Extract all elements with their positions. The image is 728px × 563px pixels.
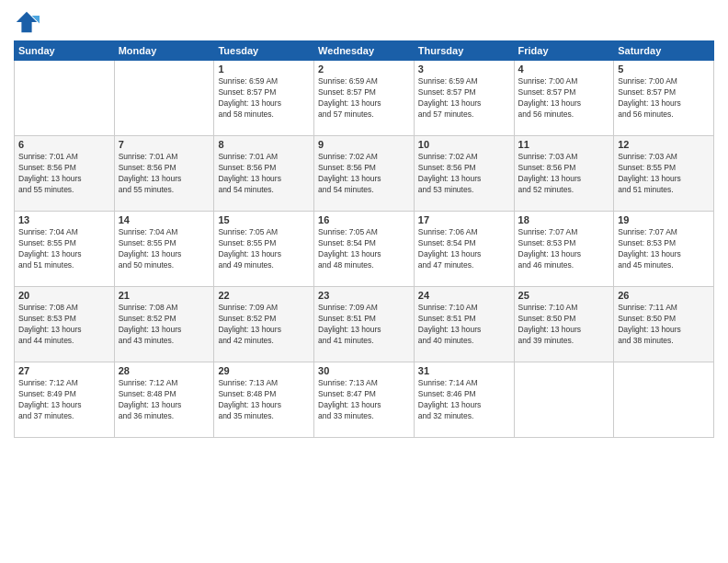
day-info: Sunrise: 7:12 AM Sunset: 8:49 PM Dayligh… [18, 378, 110, 422]
day-info: Sunrise: 7:07 AM Sunset: 8:53 PM Dayligh… [618, 227, 710, 271]
day-info: Sunrise: 7:01 AM Sunset: 8:56 PM Dayligh… [18, 152, 110, 196]
calendar-cell: 18Sunrise: 7:07 AM Sunset: 8:53 PM Dayli… [514, 212, 614, 287]
calendar-cell: 21Sunrise: 7:08 AM Sunset: 8:52 PM Dayli… [114, 287, 214, 362]
day-info: Sunrise: 7:12 AM Sunset: 8:48 PM Dayligh… [119, 378, 210, 422]
weekday-header: Monday [114, 41, 214, 61]
calendar-cell: 4Sunrise: 7:00 AM Sunset: 8:57 PM Daylig… [514, 61, 614, 136]
day-info: Sunrise: 7:03 AM Sunset: 8:56 PM Dayligh… [518, 152, 610, 196]
day-info: Sunrise: 7:06 AM Sunset: 8:54 PM Dayligh… [418, 227, 510, 271]
day-info: Sunrise: 7:05 AM Sunset: 8:55 PM Dayligh… [218, 227, 310, 271]
day-info: Sunrise: 6:59 AM Sunset: 8:57 PM Dayligh… [218, 76, 310, 121]
day-number: 5 [618, 63, 710, 75]
calendar-cell: 12Sunrise: 7:03 AM Sunset: 8:55 PM Dayli… [614, 136, 714, 212]
day-number: 18 [518, 214, 610, 225]
calendar-cell: 31Sunrise: 7:14 AM Sunset: 8:46 PM Dayli… [414, 362, 514, 438]
day-info: Sunrise: 7:03 AM Sunset: 8:55 PM Dayligh… [618, 152, 710, 196]
day-number: 4 [518, 63, 610, 75]
calendar-cell: 10Sunrise: 7:02 AM Sunset: 8:56 PM Dayli… [414, 136, 514, 212]
calendar-cell: 8Sunrise: 7:01 AM Sunset: 8:56 PM Daylig… [214, 136, 314, 212]
day-number: 28 [119, 365, 210, 376]
calendar-cell: 5Sunrise: 7:00 AM Sunset: 8:57 PM Daylig… [614, 61, 714, 136]
day-info: Sunrise: 6:59 AM Sunset: 8:57 PM Dayligh… [318, 76, 410, 121]
day-number: 7 [119, 139, 210, 150]
day-number: 29 [218, 365, 310, 376]
calendar-cell: 7Sunrise: 7:01 AM Sunset: 8:56 PM Daylig… [114, 136, 214, 212]
calendar-cell: 29Sunrise: 7:13 AM Sunset: 8:48 PM Dayli… [214, 362, 314, 438]
day-number: 10 [418, 139, 510, 150]
day-number: 12 [618, 139, 710, 150]
calendar-cell: 11Sunrise: 7:03 AM Sunset: 8:56 PM Dayli… [514, 136, 614, 212]
day-info: Sunrise: 7:14 AM Sunset: 8:46 PM Dayligh… [418, 378, 510, 422]
day-info: Sunrise: 7:10 AM Sunset: 8:51 PM Dayligh… [418, 303, 510, 347]
calendar-cell: 23Sunrise: 7:09 AM Sunset: 8:51 PM Dayli… [314, 287, 415, 362]
day-number: 22 [218, 290, 310, 301]
calendar-week-row: 13Sunrise: 7:04 AM Sunset: 8:55 PM Dayli… [15, 212, 714, 287]
day-number: 17 [418, 214, 510, 225]
day-info: Sunrise: 7:04 AM Sunset: 8:55 PM Dayligh… [119, 227, 210, 271]
day-info: Sunrise: 7:07 AM Sunset: 8:53 PM Dayligh… [518, 227, 610, 271]
logo-icon [14, 9, 40, 35]
calendar-week-row: 6Sunrise: 7:01 AM Sunset: 8:56 PM Daylig… [15, 136, 714, 212]
weekday-header: Saturday [614, 41, 714, 61]
weekday-header: Tuesday [214, 41, 314, 61]
weekday-header: Sunday [15, 41, 115, 61]
calendar-cell: 19Sunrise: 7:07 AM Sunset: 8:53 PM Dayli… [614, 212, 714, 287]
calendar-cell: 13Sunrise: 7:04 AM Sunset: 8:55 PM Dayli… [15, 212, 115, 287]
calendar-cell: 6Sunrise: 7:01 AM Sunset: 8:56 PM Daylig… [15, 136, 115, 212]
day-number: 8 [218, 139, 310, 150]
day-info: Sunrise: 7:13 AM Sunset: 8:48 PM Dayligh… [218, 378, 310, 422]
day-info: Sunrise: 7:08 AM Sunset: 8:53 PM Dayligh… [18, 303, 110, 347]
calendar-header-row: SundayMondayTuesdayWednesdayThursdayFrid… [15, 41, 714, 61]
weekday-header: Thursday [414, 41, 514, 61]
day-info: Sunrise: 7:10 AM Sunset: 8:50 PM Dayligh… [518, 303, 610, 347]
day-number: 26 [618, 290, 710, 301]
day-number: 13 [18, 214, 110, 225]
day-number: 30 [318, 365, 410, 376]
day-number: 27 [18, 365, 110, 376]
day-number: 3 [418, 63, 510, 75]
day-number: 15 [218, 214, 310, 225]
day-info: Sunrise: 7:01 AM Sunset: 8:56 PM Dayligh… [218, 152, 310, 196]
calendar-cell [514, 362, 614, 438]
day-number: 23 [318, 290, 410, 301]
day-number: 1 [218, 63, 310, 75]
weekday-header: Wednesday [314, 41, 415, 61]
day-number: 6 [18, 139, 110, 150]
calendar-week-row: 20Sunrise: 7:08 AM Sunset: 8:53 PM Dayli… [15, 287, 714, 362]
header [14, 9, 714, 35]
calendar-cell: 30Sunrise: 7:13 AM Sunset: 8:47 PM Dayli… [314, 362, 415, 438]
calendar-cell: 2Sunrise: 6:59 AM Sunset: 8:57 PM Daylig… [314, 61, 415, 136]
day-number: 25 [518, 290, 610, 301]
calendar-cell: 24Sunrise: 7:10 AM Sunset: 8:51 PM Dayli… [414, 287, 514, 362]
day-number: 9 [318, 139, 410, 150]
calendar-week-row: 1Sunrise: 6:59 AM Sunset: 8:57 PM Daylig… [15, 61, 714, 136]
day-number: 14 [119, 214, 210, 225]
calendar-cell: 16Sunrise: 7:05 AM Sunset: 8:54 PM Dayli… [314, 212, 415, 287]
day-info: Sunrise: 7:00 AM Sunset: 8:57 PM Dayligh… [618, 76, 710, 121]
calendar-cell [114, 61, 214, 136]
logo [14, 9, 43, 35]
day-number: 11 [518, 139, 610, 150]
day-info: Sunrise: 7:00 AM Sunset: 8:57 PM Dayligh… [518, 76, 610, 121]
weekday-header: Friday [514, 41, 614, 61]
day-info: Sunrise: 7:09 AM Sunset: 8:51 PM Dayligh… [318, 303, 410, 347]
calendar-cell: 3Sunrise: 6:59 AM Sunset: 8:57 PM Daylig… [414, 61, 514, 136]
day-info: Sunrise: 6:59 AM Sunset: 8:57 PM Dayligh… [418, 76, 510, 121]
calendar-cell: 26Sunrise: 7:11 AM Sunset: 8:50 PM Dayli… [614, 287, 714, 362]
calendar-cell [15, 61, 115, 136]
day-number: 24 [418, 290, 510, 301]
day-number: 20 [18, 290, 110, 301]
day-number: 21 [119, 290, 210, 301]
day-info: Sunrise: 7:02 AM Sunset: 8:56 PM Dayligh… [318, 152, 410, 196]
calendar-cell: 20Sunrise: 7:08 AM Sunset: 8:53 PM Dayli… [15, 287, 115, 362]
day-info: Sunrise: 7:11 AM Sunset: 8:50 PM Dayligh… [618, 303, 710, 347]
calendar-cell: 15Sunrise: 7:05 AM Sunset: 8:55 PM Dayli… [214, 212, 314, 287]
calendar-cell: 28Sunrise: 7:12 AM Sunset: 8:48 PM Dayli… [114, 362, 214, 438]
calendar-week-row: 27Sunrise: 7:12 AM Sunset: 8:49 PM Dayli… [15, 362, 714, 438]
day-number: 31 [418, 365, 510, 376]
day-number: 2 [318, 63, 410, 75]
calendar-cell: 14Sunrise: 7:04 AM Sunset: 8:55 PM Dayli… [114, 212, 214, 287]
calendar-cell: 9Sunrise: 7:02 AM Sunset: 8:56 PM Daylig… [314, 136, 415, 212]
calendar-cell: 22Sunrise: 7:09 AM Sunset: 8:52 PM Dayli… [214, 287, 314, 362]
day-info: Sunrise: 7:13 AM Sunset: 8:47 PM Dayligh… [318, 378, 410, 422]
